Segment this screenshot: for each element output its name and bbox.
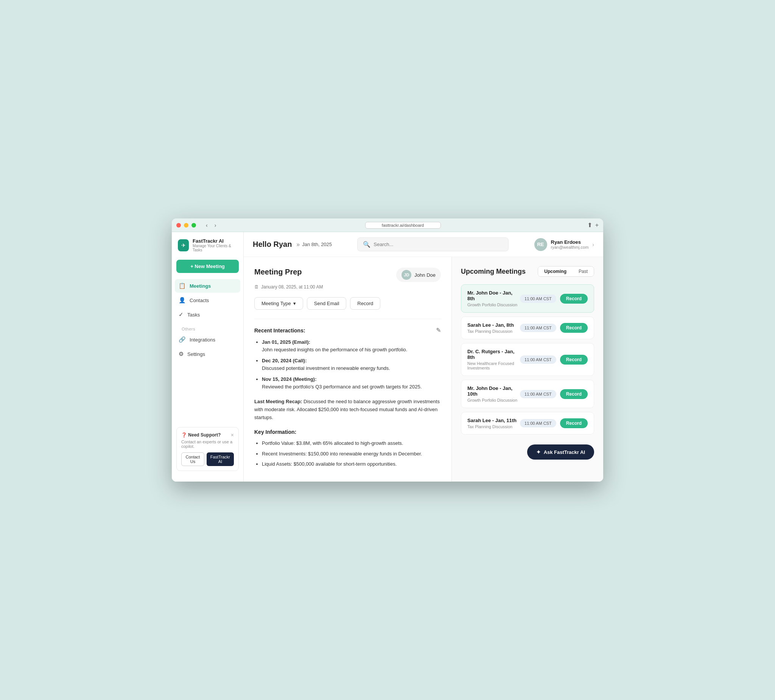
ask-ai-label: Ask FastTrackr AI [544,449,585,455]
close-btn[interactable] [176,223,181,228]
meeting-info: Sarah Lee - Jan, 11th Tax Planning Discu… [467,418,517,429]
time-badge: 11:00 AM CST [520,355,556,364]
sidebar-item-settings[interactable]: ⚙ Settings [175,347,240,361]
header-date: Jan 8th, 2025 [302,242,332,247]
meeting-info: Sarah Lee - Jan, 8th Tax Planning Discus… [467,322,514,333]
maximize-btn[interactable] [191,223,196,228]
tasks-icon: ✓ [179,311,183,318]
record-meeting-button[interactable]: Record [560,323,588,333]
back-button[interactable]: ‹ [204,222,210,229]
panel-header: Upcoming Meetings Upcoming Past [461,266,594,277]
brand: ✈ FastTrackr AI Manage Your Clients & Ta… [172,238,243,260]
record-button[interactable]: Record [350,297,380,310]
record-meeting-button[interactable]: Record [560,389,588,399]
contact-chip-avatar: JD [401,270,411,280]
prep-title: Meeting Prep [254,268,302,277]
share-icon[interactable]: ⬆ [587,222,592,229]
forward-button[interactable]: › [212,222,219,229]
sidebar-item-contacts[interactable]: 👤 Contacts [175,293,240,307]
top-bar: Hello Ryan » Jan 8th, 2025 🔍 RE Ryan Erd… [244,232,603,257]
meeting-time-record: 11:00 AM CST Record [520,389,588,399]
recap-title: Last Meeting Recap: [254,398,302,404]
main-area: Hello Ryan » Jan 8th, 2025 🔍 RE Ryan Erd… [244,232,603,482]
avatar: RE [534,238,547,251]
contact-us-button[interactable]: Contact Us [181,452,205,466]
list-item: Jan 01, 2025 (Email): John requested ins… [262,338,441,353]
meeting-card: Mr. John Doe - Jan, 8th Growth Porfolio … [461,284,594,313]
meeting-time-record: 11:00 AM CST Record [520,355,588,365]
sidebar-tasks-label: Tasks [187,312,200,318]
meeting-time-record: 11:00 AM CST Record [520,323,588,333]
sidebar: ✈ FastTrackr AI Manage Your Clients & Ta… [172,232,244,482]
meetings-icon: 📋 [179,282,186,289]
interaction-header-2: Dec 20, 2024 (Call): [262,358,307,363]
divider [254,319,441,319]
panel-title: Upcoming Meetings [461,268,526,276]
user-badge[interactable]: RE Ryan Erdoes ryan@wealthmj.com › [534,238,594,251]
meeting-prep-panel: Meeting Prep JD John Doe 🗓 January 08, 2… [244,257,452,482]
support-close-icon[interactable]: × [231,432,234,438]
support-subtext: Contact an experts or use a copilot. [181,440,234,448]
search-input[interactable] [374,242,503,247]
settings-icon: ⚙ [179,350,183,357]
contact-chip-name: John Doe [414,272,436,278]
send-email-button[interactable]: Send Email [307,297,346,310]
prep-actions: Meeting Type ▾ Send Email Record [254,297,441,310]
recent-interactions-title: Recent Interactions: [254,327,305,333]
list-item: Recent Investments: $150,000 into renewa… [262,450,441,458]
list-item: Portfolio Value: $3.8M, with 65% allocat… [262,440,441,447]
prep-date: 🗓 January 08, 2025, at 11:00 AM [254,284,441,290]
record-label: Record [357,301,373,306]
app-body: ✈ FastTrackr AI Manage Your Clients & Ta… [172,232,603,482]
brand-text: FastTrackr AI Manage Your Clients & Task… [193,238,237,252]
recap-text: Last Meeting Recap: Discussed the need t… [254,398,441,422]
interaction-text-1: John requested insights on the performan… [262,347,407,352]
support-buttons: Contact Us FastTrackr AI [181,452,234,466]
contact-chip[interactable]: JD John Doe [396,268,441,282]
sidebar-footer: ❓ Need Support? × Contact an experts or … [172,422,243,475]
record-meeting-button[interactable]: Record [560,355,588,365]
record-meeting-button[interactable]: Record [560,294,588,303]
minimize-btn[interactable] [184,223,188,228]
meeting-name: Mr. John Doe - Jan, 8th [467,290,520,302]
edit-icon[interactable]: ✎ [436,327,441,334]
new-tab-icon[interactable]: + [595,222,599,229]
meeting-topic: Growth Porfolio Discussion [467,398,520,402]
sidebar-item-tasks[interactable]: ✓ Tasks [175,308,240,322]
list-item: Dec 20, 2024 (Call): Discussed potential… [262,357,441,372]
meeting-topic: Tax Planning Discussion [467,329,514,333]
meeting-type-button[interactable]: Meeting Type ▾ [254,297,303,310]
interaction-text-2: Discussed potential investment in renewa… [262,365,390,371]
content-area: Meeting Prep JD John Doe 🗓 January 08, 2… [244,257,603,482]
interaction-header-1: Jan 01, 2025 (Email): [262,339,310,345]
brand-icon: ✈ [178,239,189,252]
search-bar[interactable]: 🔍 [357,237,509,252]
sidebar-contacts-label: Contacts [190,298,209,303]
url-bar[interactable]: fasttrackr.ai/dashboard [365,222,441,229]
calendar-icon: 🗓 [254,284,259,290]
sidebar-item-integrations[interactable]: 🔗 Integrations [175,333,240,347]
ask-fasttrackr-ai-button[interactable]: ✦ Ask FastTrackr AI [527,445,594,460]
meeting-topic: Tax Planning Discussion [467,424,517,429]
fasttrackr-ai-button[interactable]: FastTrackr AI [206,452,234,466]
meeting-time-record: 11:00 AM CST Record [520,418,588,428]
sidebar-integrations-label: Integrations [190,337,215,343]
sidebar-item-meetings[interactable]: 📋 Meetings [175,279,240,293]
support-title: ❓ Need Support? [181,432,221,438]
new-meeting-button[interactable]: + New Meeting [176,260,239,273]
prep-date-text: January 08, 2025, at 11:00 AM [261,284,323,290]
recent-interactions-header: Recent Interactions: ✎ [254,327,441,334]
time-badge: 11:00 AM CST [520,324,556,332]
app-window: ‹ › fasttrackr.ai/dashboard ⬆ + ✈ FastTr… [172,218,603,482]
tab-past[interactable]: Past [572,267,594,277]
record-meeting-button[interactable]: Record [560,418,588,428]
support-header: ❓ Need Support? × [181,432,234,438]
meeting-topic: Growth Porfolio Discussion [467,302,520,307]
prep-header: Meeting Prep JD John Doe [254,268,441,282]
date-badge: » Jan 8th, 2025 [296,241,332,248]
brand-subtitle: Manage Your Clients & Tasks [193,244,237,252]
tab-upcoming[interactable]: Upcoming [538,267,572,277]
sidebar-meetings-label: Meetings [190,283,211,289]
interaction-list: Jan 01, 2025 (Email): John requested ins… [254,338,441,390]
time-badge: 11:00 AM CST [520,295,556,303]
